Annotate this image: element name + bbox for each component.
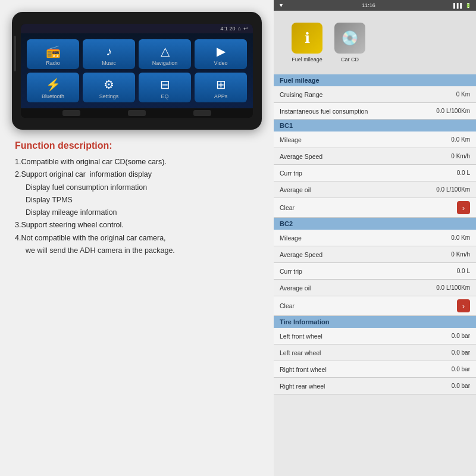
music-icon: ♪	[106, 45, 112, 58]
data-table: Fuel mileage Cruising Range 0 Km Instant…	[274, 74, 476, 476]
right-panel: ▼ 11:16 ▌▌▌ 🔋 ℹ Fuel mileage 💿 Car CD Fu…	[274, 0, 476, 476]
bc2-clear-button[interactable]: ›	[457, 299, 470, 312]
left-front-wheel-label: Left front wheel	[280, 333, 322, 340]
right-front-wheel-label: Right front wheel	[280, 366, 327, 373]
left-panel: 4:1 20 ⌂ ↩ 📻 Radio ♪ Music △ N	[0, 0, 274, 476]
menu-item-bluetooth[interactable]: ⚡ Bluetooth	[27, 73, 79, 102]
hu-mount-right	[193, 110, 211, 116]
func-title: Function description:	[15, 140, 259, 151]
func-item-3: 3.Support steering wheel control.	[15, 219, 259, 231]
menu-item-radio[interactable]: 📻 Radio	[27, 39, 79, 69]
cruising-range-label: Cruising Range	[280, 91, 322, 98]
hu-status-bar: 4:1 20 ⌂ ↩	[21, 24, 253, 33]
hu-menu-screen: 📻 Radio ♪ Music △ Navigation ▶ Video	[21, 33, 253, 108]
radio-icon: 📻	[46, 44, 61, 58]
bc2-mileage-label: Mileage	[280, 234, 302, 242]
func-item-2b: Display TPMS	[15, 194, 259, 206]
bc1-avg-oil-row: Average oil 0.0 L/100Km	[274, 181, 476, 198]
apps-icon: ⊞	[216, 77, 226, 92]
func-item-2c: Display mileage information	[15, 206, 259, 219]
menu-item-navigation[interactable]: △ Navigation	[139, 39, 191, 69]
music-label: Music	[102, 60, 116, 66]
bc1-mileage-label: Mileage	[280, 136, 302, 143]
tire-info-header: Tire Information	[274, 316, 476, 328]
left-front-wheel-value: 0.0 bar	[452, 333, 470, 339]
hu-mounts	[21, 108, 253, 118]
right-front-wheel-value: 0.0 bar	[452, 366, 470, 372]
function-description: Function description: 1.Compatible with …	[12, 140, 262, 257]
func-list: 1.Compatible with original car CD(some c…	[15, 156, 259, 257]
bc1-avg-speed-value: 0 Km/h	[451, 153, 470, 159]
app-icon-fuel-mileage[interactable]: ℹ Fuel mileage	[292, 23, 322, 62]
hu-time: 4:1 20	[221, 26, 236, 32]
bc2-avg-speed-row: Average Speed 0 Km/h	[274, 246, 476, 263]
bc2-avg-speed-label: Average Speed	[280, 251, 322, 258]
head-unit-screen: 4:1 20 ⌂ ↩ 📻 Radio ♪ Music △ N	[21, 24, 253, 118]
navigation-icon: △	[161, 44, 170, 58]
instant-fuel-label: Instantaneous fuel consumption	[280, 108, 368, 115]
video-icon: ▶	[217, 44, 226, 58]
bc2-avg-oil-value: 0.0 L/100Km	[436, 284, 470, 291]
bc1-curr-trip-label: Curr trip	[280, 170, 302, 177]
head-unit: 4:1 20 ⌂ ↩ 📻 Radio ♪ Music △ N	[12, 12, 262, 130]
app-icons-area: ℹ Fuel mileage 💿 Car CD	[274, 11, 476, 74]
row-cruising-range: Cruising Range 0 Km	[274, 86, 476, 103]
radio-label: Radio	[46, 60, 60, 66]
bc1-header: BC1	[274, 120, 476, 131]
menu-item-music[interactable]: ♪ Music	[83, 39, 135, 69]
status-time: 11:16	[362, 2, 375, 8]
cruising-range-value: 0 Km	[456, 91, 470, 98]
status-left-icons: ▼	[278, 2, 284, 8]
settings-label: Settings	[99, 93, 119, 99]
func-item-1: 1.Compatible with original car CD(some c…	[15, 156, 259, 168]
right-front-wheel-row: Right front wheel 0.0 bar	[274, 361, 476, 378]
left-rear-wheel-label: Left rear wheel	[280, 349, 321, 356]
func-item-4b: we will send the ADH camera in the packa…	[15, 245, 259, 257]
bc1-mileage-value: 0.0 Km	[451, 136, 470, 143]
hu-mount-left	[62, 110, 80, 116]
right-rear-wheel-row: Right rear wheel 0.0 bar	[274, 378, 476, 394]
hu-icon-home: ⌂	[238, 26, 241, 32]
fuel-mileage-header: Fuel mileage	[274, 74, 476, 86]
phone-status-bar: ▼ 11:16 ▌▌▌ 🔋	[274, 0, 476, 11]
navigation-label: Navigation	[152, 60, 178, 66]
fuel-mileage-label: Fuel mileage	[292, 57, 322, 62]
left-rear-wheel-row: Left rear wheel 0.0 bar	[274, 345, 476, 361]
menu-item-video[interactable]: ▶ Video	[195, 39, 247, 69]
row-instant-fuel: Instantaneous fuel consumption 0.0 L/100…	[274, 103, 476, 120]
func-item-2: 2.Support original car information displ…	[15, 168, 259, 181]
left-rear-wheel-value: 0.0 bar	[452, 349, 470, 356]
eq-label: EQ	[161, 93, 168, 99]
right-rear-wheel-value: 0.0 bar	[452, 383, 470, 389]
bc2-curr-trip-label: Curr trip	[280, 268, 302, 275]
bc1-mileage-row: Mileage 0.0 Km	[274, 131, 476, 148]
bc1-curr-trip-value: 0.0 L	[457, 170, 470, 176]
menu-item-apps[interactable]: ⊞ APPs	[195, 73, 247, 102]
bc1-avg-speed-row: Average Speed 0 Km/h	[274, 148, 476, 165]
menu-item-settings[interactable]: ⚙ Settings	[83, 73, 135, 102]
bc2-curr-trip-value: 0.0 L	[457, 268, 470, 274]
func-item-4a: 4.Not compatible with the original car c…	[15, 232, 259, 245]
app-icon-car-cd[interactable]: 💿 Car CD	[334, 23, 365, 62]
bc2-mileage-value: 0.0 Km	[451, 234, 470, 241]
signal-icon: ▌▌▌	[453, 3, 464, 8]
phone-screen: ▼ 11:16 ▌▌▌ 🔋 ℹ Fuel mileage 💿 Car CD Fu…	[274, 0, 476, 476]
bc1-avg-speed-label: Average Speed	[280, 153, 322, 160]
bc1-clear-button[interactable]: ›	[457, 201, 470, 214]
instant-fuel-value: 0.0 L/100Km	[436, 108, 470, 114]
bc1-clear-row: Clear ›	[274, 198, 476, 218]
bc1-avg-oil-value: 0.0 L/100Km	[436, 186, 470, 193]
car-cd-label: Car CD	[341, 57, 359, 62]
bluetooth-icon: ⚡	[46, 77, 61, 92]
bc2-avg-oil-row: Average oil 0.0 L/100Km	[274, 280, 476, 296]
func-item-2a: Display fuel consumption information	[15, 181, 259, 194]
menu-item-eq[interactable]: ⊟ EQ	[139, 73, 191, 102]
bc2-curr-trip-row: Curr trip 0.0 L	[274, 263, 476, 280]
bc2-mileage-row: Mileage 0.0 Km	[274, 230, 476, 246]
fuel-mileage-icon: ℹ	[292, 23, 322, 54]
wifi-icon: ▼	[278, 2, 284, 8]
bc2-header: BC2	[274, 218, 476, 230]
eq-icon: ⊟	[160, 77, 170, 92]
car-cd-icon: 💿	[334, 23, 365, 54]
bc2-avg-speed-value: 0 Km/h	[451, 251, 470, 258]
